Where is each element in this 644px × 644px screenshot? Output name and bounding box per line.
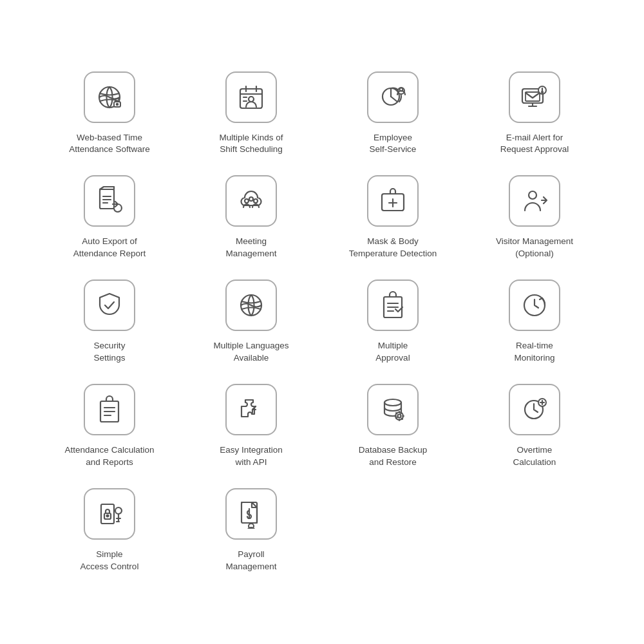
feature-label-overtime-calc: OvertimeCalculation [513, 444, 556, 469]
feature-mask-body: Mask & BodyTemperature Detection [322, 169, 464, 267]
icon-box-multi-approval [367, 279, 419, 331]
svg-point-45 [107, 515, 109, 516]
feature-label-payroll-mgmt: PayrollManagement [226, 549, 277, 573]
features-grid: Web-based TimeAttendance Software Multip… [0, 26, 644, 618]
feature-label-multiple-shift: Multiple Kinds ofShift Scheduling [219, 132, 283, 156]
icon-box-multiple-shift [225, 71, 277, 123]
icon-box-auto-export [84, 175, 135, 227]
feature-label-mask-body: Mask & BodyTemperature Detection [349, 236, 437, 260]
feature-label-employee-self: EmployeeSelf-Service [370, 132, 417, 156]
feature-easy-integration: Easy Integrationwith API [180, 377, 322, 475]
web-based-time-icon [95, 82, 124, 112]
icon-box-mask-body [367, 175, 419, 227]
icon-box-overtime-calc [509, 384, 560, 435]
svg-point-14 [542, 91, 543, 93]
svg-point-19 [245, 199, 249, 203]
svg-point-46 [115, 507, 122, 514]
feature-label-database-backup: Database Backupand Restore [359, 444, 428, 469]
feature-label-realtime-monitor: Real-timeMonitoring [514, 340, 554, 365]
svg-point-21 [254, 199, 258, 203]
realtime-monitor-icon [520, 290, 549, 320]
svg-point-25 [529, 191, 536, 199]
payroll-mgmt-icon [236, 499, 266, 529]
icon-box-payroll-mgmt [225, 488, 277, 540]
auto-export-icon [95, 186, 124, 216]
feature-overtime-calc: OvertimeCalculation [464, 377, 605, 475]
multiple-shift-icon [236, 82, 266, 112]
icon-box-email-alert [509, 71, 560, 123]
feature-label-web-based-time: Web-based TimeAttendance Software [69, 132, 149, 156]
multi-approval-icon [378, 290, 408, 320]
feature-label-multi-lang: Multiple LanguagesAvailable [213, 340, 289, 365]
database-backup-icon [378, 395, 408, 424]
meeting-mgmt-icon [236, 186, 266, 216]
feature-meeting-mgmt: MeetingManagement [180, 169, 322, 267]
icon-box-visitor-mgmt [509, 175, 560, 227]
security-settings-icon [95, 290, 124, 320]
icon-box-web-based-time [84, 71, 135, 123]
icon-box-multi-lang [225, 279, 277, 331]
feature-label-visitor-mgmt: Visitor Management(Optional) [496, 236, 573, 260]
email-alert-icon [520, 82, 549, 112]
svg-rect-3 [240, 89, 262, 108]
feature-email-alert: E-mail Alert forRequest Approval [464, 65, 605, 163]
feature-security-settings: SecuritySettings [39, 273, 180, 371]
feature-label-easy-integration: Easy Integrationwith API [220, 444, 283, 469]
feature-label-security-settings: SecuritySettings [94, 340, 126, 365]
feature-attendance-calc: Attendance Calculationand Reports [39, 377, 180, 475]
feature-label-email-alert: E-mail Alert forRequest Approval [500, 132, 569, 156]
feature-label-simple-access: SimpleAccess Control [80, 549, 139, 573]
icon-box-security-settings [84, 279, 135, 331]
visitor-mgmt-icon [520, 186, 549, 216]
feature-multiple-shift: Multiple Kinds ofShift Scheduling [180, 65, 322, 163]
icon-box-database-backup [367, 384, 419, 435]
mask-body-icon [378, 186, 408, 216]
feature-label-auto-export: Auto Export ofAttendance Report [73, 236, 146, 260]
easy-integration-icon [236, 395, 266, 424]
feature-web-based-time: Web-based TimeAttendance Software [39, 65, 180, 163]
feature-label-attendance-calc: Attendance Calculationand Reports [65, 444, 155, 469]
attendance-calc-icon [95, 395, 124, 424]
feature-employee-self: EmployeeSelf-Service [322, 65, 464, 163]
feature-label-multi-approval: MultipleApproval [375, 340, 410, 365]
feature-multi-approval: MultipleApproval [322, 273, 464, 371]
feature-visitor-mgmt: Visitor Management(Optional) [464, 169, 605, 267]
svg-point-4 [249, 97, 254, 102]
icon-box-meeting-mgmt [225, 175, 277, 227]
svg-point-2 [117, 103, 118, 104]
overtime-calc-icon [520, 395, 549, 424]
feature-auto-export: Auto Export ofAttendance Report [39, 169, 180, 267]
svg-point-36 [384, 399, 401, 406]
simple-access-icon [95, 499, 124, 529]
feature-multi-lang: Multiple LanguagesAvailable [180, 273, 322, 371]
feature-payroll-mgmt: PayrollManagement [180, 482, 322, 580]
feature-label-meeting-mgmt: MeetingManagement [226, 236, 277, 260]
feature-realtime-monitor: Real-timeMonitoring [464, 273, 605, 371]
feature-simple-access: SimpleAccess Control [39, 482, 180, 580]
icon-box-attendance-calc [84, 384, 135, 435]
icon-box-simple-access [84, 488, 135, 540]
svg-point-20 [249, 197, 253, 201]
feature-database-backup: Database Backupand Restore [322, 377, 464, 475]
employee-self-icon [378, 82, 408, 112]
icon-box-easy-integration [225, 384, 277, 435]
icon-box-employee-self [367, 71, 419, 123]
multi-lang-icon [236, 290, 266, 320]
icon-box-realtime-monitor [509, 279, 560, 331]
